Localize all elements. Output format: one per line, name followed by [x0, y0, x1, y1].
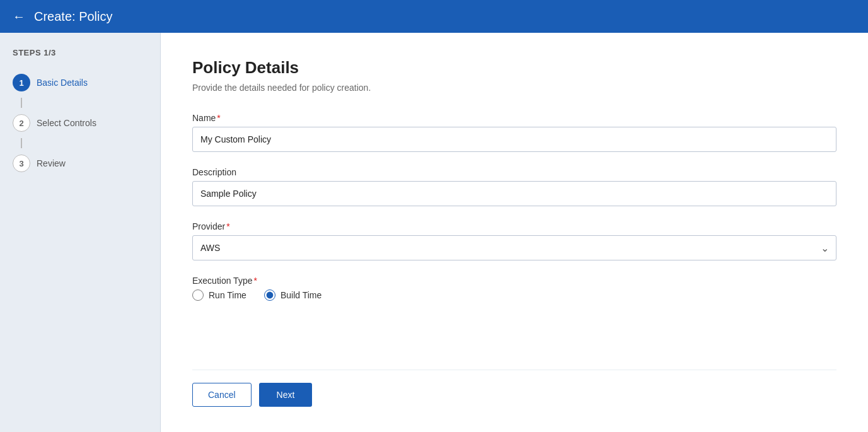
footer-actions: Cancel Next [192, 370, 836, 407]
back-icon[interactable]: ← [13, 9, 25, 24]
app-header: ← Create: Policy [0, 0, 868, 33]
step-3-number: 3 [13, 155, 30, 172]
content-area: Policy Details Provide the details neede… [161, 33, 868, 432]
step-1-number: 1 [13, 74, 30, 91]
provider-select[interactable]: AWS Azure GCP [192, 235, 836, 260]
step-connector-2 [21, 138, 22, 148]
execution-type-label: Execution Type* [192, 276, 836, 286]
sidebar-item-basic-details[interactable]: 1 Basic Details [0, 67, 160, 98]
provider-required-star: * [226, 221, 229, 231]
name-input[interactable] [192, 127, 836, 152]
step-2-number: 2 [13, 114, 30, 132]
name-group: Name* [192, 113, 836, 152]
page-title: Policy Details [192, 58, 836, 78]
name-label: Name* [192, 113, 836, 123]
run-time-label: Run Time [209, 290, 246, 300]
next-button[interactable]: Next [259, 383, 313, 407]
run-time-option[interactable]: Run Time [192, 289, 246, 301]
step-2-label: Select Controls [37, 118, 96, 128]
name-required-star: * [217, 113, 220, 123]
steps-label: STEPS 1/3 [0, 48, 160, 57]
sidebar-item-select-controls[interactable]: 2 Select Controls [0, 108, 160, 138]
sidebar: STEPS 1/3 1 Basic Details 2 Select Contr… [0, 33, 161, 432]
step-connector-1 [21, 98, 22, 108]
step-3-label: Review [37, 158, 66, 168]
build-time-option[interactable]: Build Time [264, 289, 321, 301]
main-layout: STEPS 1/3 1 Basic Details 2 Select Contr… [0, 33, 868, 432]
header-title: Create: Policy [34, 9, 113, 24]
step-1-label: Basic Details [37, 78, 88, 88]
run-time-radio[interactable] [192, 289, 204, 301]
build-time-label: Build Time [281, 290, 321, 300]
cancel-button[interactable]: Cancel [192, 383, 252, 407]
provider-label: Provider* [192, 221, 836, 231]
execution-type-group: Execution Type* Run Time Build Time [192, 276, 836, 301]
description-group: Description [192, 167, 836, 206]
execution-type-radio-group: Run Time Build Time [192, 289, 836, 301]
page-subtitle: Provide the details needed for policy cr… [192, 83, 836, 93]
provider-select-wrapper: AWS Azure GCP ⌄ [192, 235, 836, 260]
provider-group: Provider* AWS Azure GCP ⌄ [192, 221, 836, 260]
sidebar-item-review[interactable]: 3 Review [0, 148, 160, 178]
execution-required-star: * [253, 276, 257, 286]
policy-form: Name* Description Provider* AWS Azure [192, 113, 836, 370]
build-time-radio[interactable] [264, 289, 275, 301]
description-input[interactable] [192, 181, 836, 206]
description-label: Description [192, 167, 836, 177]
